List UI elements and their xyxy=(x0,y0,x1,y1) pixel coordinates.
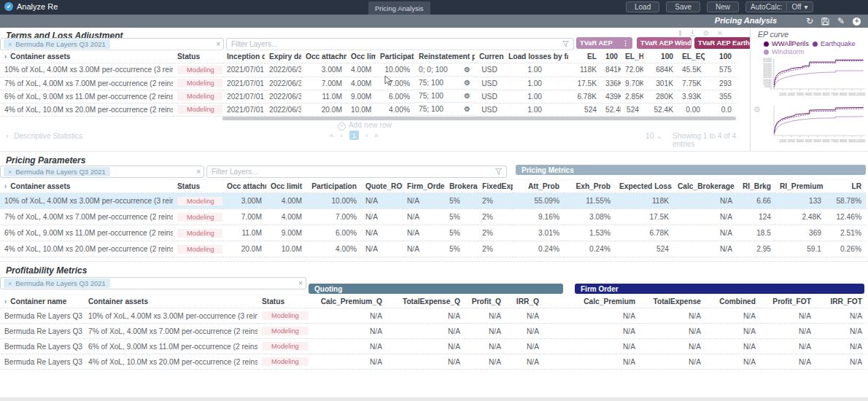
cell-lr[interactable]: 2.51% xyxy=(826,225,866,241)
load-button[interactable]: Load xyxy=(626,1,659,12)
add-new-row-button[interactable]: +Add new row xyxy=(314,121,416,131)
cell-load_losses_by_factor[interactable]: 1.00 xyxy=(504,77,568,90)
column-header-status[interactable]: Status xyxy=(257,295,309,308)
cell-status[interactable]: Modeling xyxy=(173,90,222,103)
cell-att_prob[interactable]: 9.16% xyxy=(513,209,564,225)
cell-container_name[interactable]: Bermuda Re Layers Q3 2021 xyxy=(0,339,84,354)
legend-item-WWAllPerils[interactable]: WWAllPerils xyxy=(764,40,809,47)
cell-occ_attachment[interactable]: 20.0M xyxy=(222,241,266,257)
cell-lr[interactable]: 58.78% xyxy=(826,193,866,209)
cell-occ_attachment[interactable]: 7.00M xyxy=(222,209,266,225)
chip-remove-icon[interactable]: × xyxy=(8,280,12,287)
cell-firm_order[interactable]: N/A xyxy=(403,209,445,225)
column-header-expiry_date[interactable]: Expiry date xyxy=(265,50,301,63)
cell-expiry_date[interactable]: 2022/06/30 xyxy=(265,63,301,77)
cell-el_eq[interactable]: 45.5K xyxy=(678,63,705,77)
column-header-el_hu[interactable]: EL_HU xyxy=(621,50,643,63)
tvar-aep-button[interactable]: TVaR AEP⋮ xyxy=(576,37,632,49)
cell-fixedexp[interactable]: 2% xyxy=(478,241,513,257)
cell-container[interactable]: 10% of XoL, 4.00M xs 3.00M per-occurrenc… xyxy=(0,63,173,77)
cell-el_100[interactable]: 52.4K xyxy=(601,103,621,116)
cell-calc_premium_q[interactable]: N/A xyxy=(309,354,387,370)
cell-el_hu_100[interactable]: 301K xyxy=(643,77,678,90)
cell-occ_limit[interactable]: 10.0M xyxy=(266,241,306,257)
cell-quote_rol[interactable]: N/A xyxy=(361,241,403,257)
cell-participation[interactable]: 4.00% xyxy=(306,241,361,257)
column-header-ri_premium[interactable]: RI_Premium xyxy=(775,180,826,193)
column-header-el_100[interactable]: 100 xyxy=(601,50,621,63)
chip-remove-icon[interactable]: × xyxy=(8,41,12,48)
cell-combined[interactable]: N/A xyxy=(705,308,760,324)
column-header-reinstatement_premium[interactable]: Reinstatement premi... xyxy=(414,50,475,63)
cell-ri_premium[interactable]: 369 xyxy=(775,225,826,241)
cell-container[interactable]: 4% of XoL, 10.0M xs 20.0M per-occurrence… xyxy=(0,241,173,257)
cell-occ_limit[interactable]: 4.00M xyxy=(266,209,306,225)
cell-occ_attachment[interactable]: 11.0M xyxy=(301,90,346,103)
cell-container[interactable]: 6% of XoL, 9.00M xs 11.0M per-occurrence… xyxy=(0,90,173,103)
cell-profit_q[interactable]: N/A xyxy=(465,354,505,370)
cell-el_eq_100[interactable]: 575 xyxy=(705,63,736,77)
column-header-profit_fot[interactable]: Profit_FOT xyxy=(760,295,815,308)
tvar-aep-winds-button[interactable]: TVaR AEP Winds⋮ xyxy=(637,37,691,49)
cell-currency[interactable]: USD xyxy=(475,77,504,90)
column-header-firm_order[interactable]: Firm_Order xyxy=(403,180,445,193)
text-cursor-icon[interactable]: I xyxy=(678,29,682,37)
cell-status[interactable]: Modeling xyxy=(173,77,222,90)
pricing-portfolio-tag-input[interactable]: × Bermuda Re Layers Q3 2021 × xyxy=(0,166,204,178)
cell-occ_limit[interactable]: 10.0M xyxy=(346,103,376,116)
cell-irr_q[interactable]: N/A xyxy=(505,308,543,324)
download-icon[interactable] xyxy=(689,30,696,36)
cell-el_hu[interactable]: 9.70K xyxy=(621,77,643,90)
column-header-quote_rol[interactable]: Quote_ROL xyxy=(361,180,403,193)
cell-profit_fot[interactable]: N/A xyxy=(760,308,815,324)
cell-status[interactable]: Modeling xyxy=(173,103,222,116)
cell-calc_premium_q[interactable]: N/A xyxy=(309,339,387,354)
cell-container[interactable]: 4% of XoL, 10.0M xs 20.0M per-occurrence… xyxy=(0,103,173,116)
collapse-chevron-icon[interactable]: › xyxy=(4,52,7,61)
cell-profit_q[interactable]: N/A xyxy=(465,308,505,324)
reinstatement-settings-icon[interactable]: ⚙ xyxy=(464,105,470,113)
cell-occ_attachment[interactable]: 3.00M xyxy=(301,63,346,77)
page-size-select[interactable]: 10 ⌄ xyxy=(646,132,662,140)
cell-container[interactable]: 7% of XoL, 4.00M xs 7.00M per-occurrence… xyxy=(0,209,173,225)
cell-calc_premium_q[interactable]: N/A xyxy=(309,324,387,339)
autocalc-dropdown[interactable]: Off ▾ xyxy=(786,3,807,11)
cell-container_assets[interactable]: 4% of XoL, 10.0M xs 20.0M per-occurrence… xyxy=(84,354,257,370)
save-disk-icon[interactable] xyxy=(821,17,829,26)
last-page-icon[interactable]: » xyxy=(374,131,379,139)
cell-totalexpense[interactable]: N/A xyxy=(640,324,705,339)
cell-occ_attachment[interactable]: 11.0M xyxy=(222,225,266,241)
first-page-icon[interactable]: « xyxy=(330,131,334,139)
cell-occ_attachment[interactable]: 3.00M xyxy=(222,193,266,209)
cell-occ_limit[interactable]: 4.00M xyxy=(346,77,376,90)
cell-calc_premium[interactable]: N/A xyxy=(543,354,640,370)
cell-expected_loss[interactable]: 118K xyxy=(615,193,673,209)
cell-expected_loss[interactable]: 6.78K xyxy=(615,225,673,241)
column-header-container[interactable]: ›Container assets xyxy=(0,180,173,193)
cell-reinstatement_premium[interactable]: 75; 100⚙ xyxy=(414,90,475,103)
cell-exh_prob[interactable]: 0.24% xyxy=(564,241,615,257)
column-header-participation[interactable]: Participation xyxy=(306,180,361,193)
cell-irr_fot[interactable]: N/A xyxy=(815,308,867,324)
cell-ri_premium[interactable]: 133 xyxy=(775,193,826,209)
cell-el[interactable]: 6.78K xyxy=(568,90,601,103)
cell-container_assets[interactable]: 10% of XoL, 4.00M xs 3.00M per-occurrenc… xyxy=(84,308,257,324)
cell-container[interactable]: 10% of XoL, 4.00M xs 3.00M per-occurrenc… xyxy=(0,193,173,209)
cell-el_eq_100[interactable]: 355 xyxy=(705,90,736,103)
collapse-chevron-icon[interactable]: › xyxy=(4,297,7,305)
cell-el_eq_100[interactable]: 0.0 xyxy=(705,103,736,116)
cell-profit_q[interactable]: N/A xyxy=(465,339,505,354)
cell-reinstatement_premium[interactable]: 75; 100⚙ xyxy=(414,77,475,90)
column-header-lr[interactable]: LR xyxy=(826,180,866,193)
cell-el[interactable]: 17.5K xyxy=(568,77,601,90)
cell-brokerage[interactable]: 5% xyxy=(445,225,478,241)
column-header-container_name[interactable]: ›Container name xyxy=(0,295,84,308)
cell-irr_fot[interactable]: N/A xyxy=(815,339,867,354)
cell-currency[interactable]: USD xyxy=(475,90,504,103)
clear-icon[interactable]: × xyxy=(196,168,201,176)
cell-quote_rol[interactable]: N/A xyxy=(361,209,403,225)
cell-status[interactable]: Modeling xyxy=(173,209,222,225)
column-header-status[interactable]: Status xyxy=(173,50,222,63)
cell-brokerage[interactable]: 5% xyxy=(445,209,478,225)
column-header-container_assets[interactable]: Container assets xyxy=(84,295,257,308)
